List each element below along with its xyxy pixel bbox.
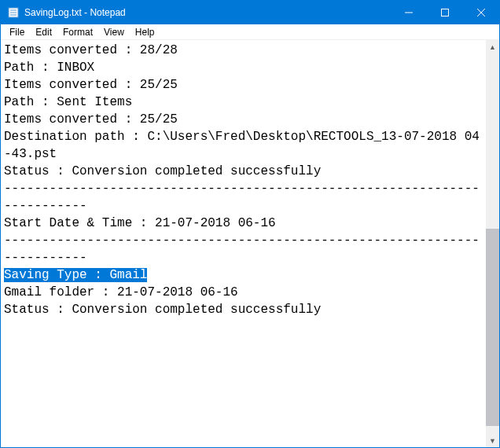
maximize-button[interactable] xyxy=(427,1,463,24)
text-line: Start Date & Time : 21-07-2018 06-16 xyxy=(4,215,483,232)
scroll-track[interactable] xyxy=(486,53,499,434)
selected-text: Saving Type : Gmail xyxy=(4,268,147,282)
text-line: Destination path : C:\Users\Fred\Desktop… xyxy=(4,128,483,163)
text-area[interactable]: Items converted : 28/28Path : INBOXItems… xyxy=(1,40,486,447)
text-line: Items converted : 25/25 xyxy=(4,111,483,128)
text-line: Saving Type : Gmail xyxy=(4,266,483,284)
text-line: ----------------------------------------… xyxy=(4,180,483,215)
scroll-thumb[interactable] xyxy=(486,229,499,427)
content-wrap: Items converted : 28/28Path : INBOXItems… xyxy=(1,40,499,447)
menu-file[interactable]: File xyxy=(4,25,30,39)
menubar: File Edit Format View Help xyxy=(1,24,499,40)
svg-rect-5 xyxy=(442,9,449,17)
text-line: Gmail folder : 21-07-2018 06-16 xyxy=(4,284,483,301)
minimize-button[interactable] xyxy=(391,1,427,24)
text-line: Status : Conversion completed successful… xyxy=(4,301,483,318)
text-line: Items converted : 28/28 xyxy=(4,42,483,59)
scroll-down-arrow-icon[interactable]: ▼ xyxy=(486,434,499,447)
text-line: ----------------------------------------… xyxy=(4,232,483,266)
menu-help[interactable]: Help xyxy=(130,25,160,39)
text-line: Path : Sent Items xyxy=(4,94,483,111)
text-line: Status : Conversion completed successful… xyxy=(4,163,483,180)
menu-edit[interactable]: Edit xyxy=(30,25,57,39)
menu-format[interactable]: Format xyxy=(57,25,98,39)
menu-view[interactable]: View xyxy=(98,25,130,39)
close-button[interactable] xyxy=(463,1,499,24)
text-line: Path : INBOX xyxy=(4,59,483,76)
window-title: SavingLog.txt - Notepad xyxy=(24,7,126,18)
notepad-icon xyxy=(7,6,20,19)
titlebar[interactable]: SavingLog.txt - Notepad xyxy=(1,1,499,24)
text-line: Items converted : 25/25 xyxy=(4,76,483,94)
scroll-up-arrow-icon[interactable]: ▲ xyxy=(486,40,499,53)
vertical-scrollbar[interactable]: ▲ ▼ xyxy=(486,40,499,447)
